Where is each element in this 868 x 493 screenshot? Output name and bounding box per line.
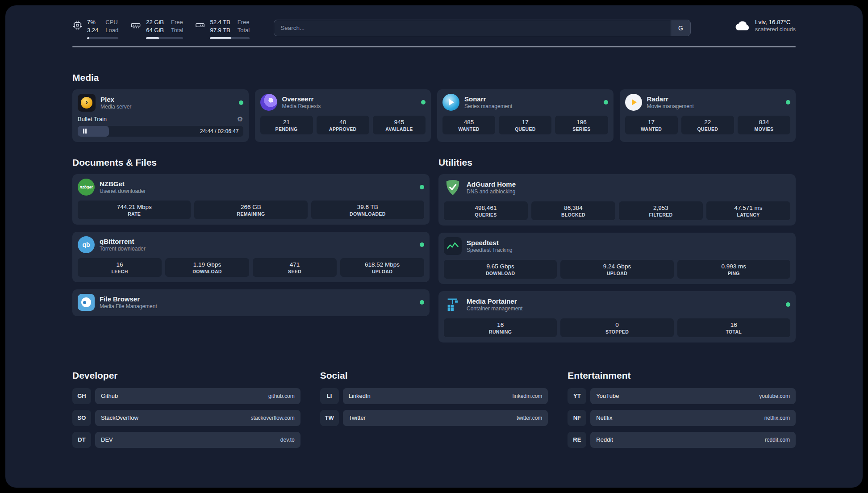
stat-label: BLOCKED [533,212,613,217]
filebrowser-icon [78,294,95,311]
bookmark-name: LinkedIn [349,393,371,399]
stat-label: PING [679,271,789,276]
stat-box: 471 SEED [253,258,337,277]
memory-free-label: Free [171,19,183,26]
service-card-portainer[interactable]: Media Portainer Container management 16 … [438,291,796,343]
service-name: NZBGet [100,180,146,188]
bookmark-link-netflix[interactable]: Netflix netflix.com [590,410,796,426]
status-dot [420,242,424,247]
disk-icon [195,20,205,39]
bookmark-url: reddit.com [765,437,790,443]
stat-label: QUEUED [501,126,550,132]
search-provider-button[interactable]: G [671,20,690,36]
search-bar: G [274,20,691,36]
stat-value: 471 [255,261,335,268]
stat-box: 485 WANTED [442,116,495,134]
player-progress-fill [78,126,109,137]
status-dot [421,100,426,104]
service-subtitle: Series management [464,103,512,109]
section-title-social: Social [320,370,548,381]
bookmark-link-linkedin[interactable]: LinkedIn linkedin.com [343,388,548,404]
service-name: Plex [100,96,131,103]
stat-label: LEECH [79,269,160,274]
service-card-qbittorrent[interactable]: qb qBittorrent Torrent downloader 16 LEE… [72,232,430,282]
settings-gear-icon[interactable]: ⚙ [237,116,243,122]
stat-box: 22 QUEUED [681,116,734,134]
bookmark-url: stackoverflow.com [251,415,295,421]
stat-value: 39.6 TB [313,204,422,210]
stat-label: SERIES [557,126,606,132]
service-subtitle: Container management [467,305,522,312]
pause-icon[interactable] [83,129,87,134]
service-name: Speedtest [467,239,513,246]
stat-label: PENDING [262,126,311,132]
stat-label: APPROVED [318,126,367,132]
stat-value: 498,461 [446,205,526,211]
service-subtitle: Torrent downloader [100,246,146,252]
bookmark-link-stackoverflow[interactable]: StackOverflow stackoverflow.com [95,410,300,426]
bookmark-abbr: DT [72,432,91,448]
service-card-adguard[interactable]: AdGuard Home DNS and adblocking 498,461 … [438,174,796,226]
bookmark-row: SO StackOverflow stackoverflow.com [72,410,300,426]
stat-box: 86,384 BLOCKED [531,201,615,220]
bookmark-link-twitter[interactable]: Twitter twitter.com [343,410,548,426]
service-card-plex[interactable]: › Plex Media server Bullet Train ⚙ 24:44… [72,89,249,142]
status-dot [239,100,243,105]
service-subtitle: Speedtest Tracking [467,247,513,253]
stat-label: QUERIES [446,212,526,217]
bookmark-url: youtube.com [759,393,790,399]
service-subtitle: Movie management [647,103,694,109]
stat-value: 22 [683,119,732,125]
section-title-documents: Documents & Files [72,157,430,168]
search-input[interactable] [274,25,671,31]
service-name: File Browser [100,295,157,303]
player-progress-bar[interactable]: 24:44 / 02:06:47 [78,126,243,137]
service-card-overseerr[interactable]: Overseerr Media Requests 21 PENDING 40 A… [255,89,431,142]
bookmark-name: Netflix [596,414,612,421]
stat-label: UPLOAD [342,269,422,274]
stat-label: FILTERED [621,212,701,217]
stat-box: 21 PENDING [260,116,313,134]
bookmark-name: DEV [101,436,113,443]
service-subtitle: Media Requests [282,103,321,109]
divider [72,46,796,47]
service-name: Radarr [647,95,694,103]
service-card-radarr[interactable]: Radarr Movie management 17 WANTED 22 QUE… [620,89,796,142]
service-card-nzbget[interactable]: nzbget NZBGet Usenet downloader 744.21 M… [72,174,430,225]
stat-value: 17 [627,119,676,125]
weather-widget: Lviv, 16.87°C scattered clouds [734,19,796,33]
stat-box: 2,953 FILTERED [619,201,703,220]
nzbget-icon: nzbget [78,179,95,196]
stat-label: RUNNING [446,329,555,334]
middle-columns: Documents & Files nzbget NZBGet Usenet d… [72,157,796,343]
service-card-sonarr[interactable]: Sonarr Series management 485 WANTED 17 Q… [437,89,613,142]
stat-value: 834 [739,119,789,125]
bookmark-link-youtube[interactable]: YouTube youtube.com [590,388,796,404]
bookmark-link-dev[interactable]: DEV dev.to [95,432,300,448]
stat-value: 47.571 ms [708,205,789,211]
stat-value: 266 GB [196,204,305,210]
bookmark-url: linkedin.com [513,393,542,399]
bookmark-row: RE Reddit reddit.com [568,432,796,448]
service-card-speedtest[interactable]: Speedtest Speedtest Tracking 9.65 Gbps D… [438,233,796,284]
bookmark-name: Twitter [349,414,366,421]
bookmarks-entertainment: Entertainment YT YouTube youtube.com NF … [568,370,796,454]
disk-widget: 52.4 TB Free 97.9 TB Total [195,19,250,39]
bookmark-link-reddit[interactable]: Reddit reddit.com [590,432,796,448]
media-row: › Plex Media server Bullet Train ⚙ 24:44… [72,89,796,142]
stat-value: 744.21 Mbps [79,204,189,210]
topbar: 7% CPU 3.24 Load 22 GiB Free 64 GiB Tota… [72,19,796,39]
bookmark-row: DT DEV dev.to [72,432,300,448]
service-subtitle: Usenet downloader [100,188,146,194]
bookmarks-developer: Developer GH Github github.com SO StackO… [72,370,300,454]
memory-total-label: Total [171,27,183,34]
bookmark-link-github[interactable]: Github github.com [95,388,300,404]
bookmark-name: Github [101,393,118,399]
service-card-filebrowser[interactable]: File Browser Media File Management [72,289,430,316]
weather-condition: scattered clouds [755,26,796,33]
plex-icon: › [78,94,96,112]
service-subtitle: DNS and adblocking [467,188,516,195]
stat-box: 196 SERIES [555,116,608,134]
stat-box: 9.24 Gbps UPLOAD [560,260,673,279]
overseerr-icon [260,94,277,111]
